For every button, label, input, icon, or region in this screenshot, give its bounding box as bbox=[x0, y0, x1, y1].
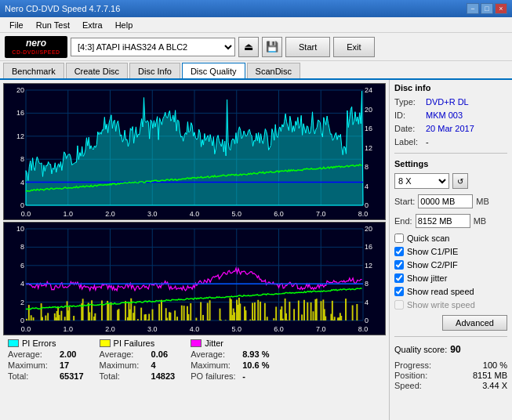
quick-scan-label: Quick scan bbox=[407, 234, 449, 243]
close-button[interactable]: × bbox=[495, 3, 507, 14]
jitter-avg-value: 8.93 % bbox=[242, 349, 269, 359]
tab-benchmark[interactable]: Benchmark bbox=[3, 63, 64, 78]
tab-disc-info[interactable]: Disc Info bbox=[129, 63, 180, 78]
disc-type-row: Type: DVD+R DL bbox=[394, 97, 507, 107]
show-jitter-label: Show jitter bbox=[407, 273, 447, 283]
pi-failures-color-box bbox=[100, 339, 111, 347]
pi-errors-max-label: Maximum: bbox=[8, 360, 55, 370]
drive-select[interactable]: [4:3] ATAPI iHAS324 A BLC2 bbox=[71, 38, 235, 56]
divider-1 bbox=[394, 153, 507, 154]
speed-setting-row: 8 X 1 X 2 X 4 X Max ↺ bbox=[394, 173, 507, 189]
right-panel: Disc info Type: DVD+R DL ID: MKM 003 Dat… bbox=[389, 80, 512, 420]
divider-2 bbox=[394, 336, 507, 337]
maximize-button[interactable]: □ bbox=[481, 3, 493, 14]
jitter-max-value: 10.6 % bbox=[242, 360, 269, 370]
pi-errors-avg-value: 2.00 bbox=[60, 349, 76, 359]
save-button[interactable]: 💾 bbox=[262, 37, 282, 57]
disc-type-value: DVD+R DL bbox=[426, 97, 469, 107]
show-write-speed-row: Show write speed bbox=[394, 300, 507, 310]
pi-errors-color-box bbox=[8, 339, 19, 347]
quality-score-label: Quality score: bbox=[394, 345, 447, 354]
position-label: Position: bbox=[394, 371, 427, 380]
pi-failures-total-label: Total: bbox=[100, 371, 147, 381]
po-failures-label: PO failures: bbox=[191, 371, 238, 381]
quick-scan-row: Quick scan bbox=[394, 234, 507, 243]
tab-create-disc[interactable]: Create Disc bbox=[66, 63, 128, 78]
pi-errors-total-label: Total: bbox=[8, 371, 55, 381]
speed-row: Speed: 3.44 X bbox=[394, 381, 507, 390]
menu-run-test[interactable]: Run Test bbox=[30, 19, 76, 31]
pi-failures-avg-value: 0.06 bbox=[151, 349, 168, 359]
show-write-speed-checkbox bbox=[394, 300, 404, 310]
show-read-speed-label: Show read speed bbox=[407, 287, 474, 296]
advanced-button[interactable]: Advanced bbox=[442, 315, 507, 331]
show-c1pie-row: Show C1/PIE bbox=[394, 247, 507, 256]
progress-value: 100 % bbox=[483, 360, 507, 370]
start-label: Start: bbox=[394, 197, 415, 206]
top-chart bbox=[3, 83, 386, 220]
progress-section: Progress: 100 % Position: 8151 MB Speed:… bbox=[394, 360, 507, 391]
jitter-max-label: Maximum: bbox=[191, 360, 238, 370]
window-title: Nero CD-DVD Speed 4.7.7.16 bbox=[5, 4, 120, 13]
legend-pi-errors: PI Errors Average: 2.00 Maximum: 17 Tota… bbox=[8, 339, 84, 389]
disc-type-label: Type: bbox=[394, 97, 423, 107]
jitter-color-box bbox=[191, 339, 202, 347]
menu-help[interactable]: Help bbox=[109, 19, 140, 31]
show-read-speed-checkbox[interactable] bbox=[394, 287, 404, 296]
position-value: 8151 MB bbox=[473, 371, 507, 380]
refresh-button[interactable]: ↺ bbox=[452, 173, 468, 189]
show-jitter-checkbox[interactable] bbox=[394, 273, 404, 283]
position-row: Position: 8151 MB bbox=[394, 371, 507, 380]
pi-errors-avg-label: Average: bbox=[8, 349, 55, 359]
end-input[interactable] bbox=[416, 214, 470, 228]
tab-bar: Benchmark Create Disc Disc Info Disc Qua… bbox=[0, 61, 512, 80]
exit-button[interactable]: Exit bbox=[333, 37, 374, 57]
show-read-speed-row: Show read speed bbox=[394, 287, 507, 296]
pi-failures-max-value: 4 bbox=[151, 360, 156, 370]
end-mb-row: End: MB bbox=[394, 214, 507, 228]
start-input[interactable] bbox=[418, 194, 473, 208]
disc-label-value: - bbox=[426, 137, 429, 147]
start-button[interactable]: Start bbox=[285, 37, 330, 57]
chart-area: PI Errors Average: 2.00 Maximum: 17 Tota… bbox=[0, 80, 389, 420]
pi-failures-avg-label: Average: bbox=[100, 349, 147, 359]
tab-scan-disc[interactable]: ScanDisc bbox=[247, 63, 300, 78]
progress-row: Progress: 100 % bbox=[394, 360, 507, 370]
disc-info-title: Disc info bbox=[394, 83, 507, 92]
pi-errors-total-value: 65317 bbox=[60, 371, 84, 381]
pi-failures-max-label: Maximum: bbox=[100, 360, 147, 370]
quick-scan-checkbox[interactable] bbox=[394, 234, 404, 243]
disc-label-label: Label: bbox=[394, 137, 423, 147]
show-write-speed-label: Show write speed bbox=[407, 300, 475, 310]
show-c2pif-label: Show C2/PIF bbox=[407, 260, 458, 270]
disc-date-value: 20 Mar 2017 bbox=[426, 124, 474, 133]
jitter-label: Jitter bbox=[205, 339, 223, 348]
menu-extra[interactable]: Extra bbox=[76, 19, 109, 31]
quality-score-row: Quality score: 90 bbox=[394, 344, 507, 355]
po-failures-value: - bbox=[242, 371, 245, 381]
show-c2pif-row: Show C2/PIF bbox=[394, 260, 507, 270]
main-content: PI Errors Average: 2.00 Maximum: 17 Tota… bbox=[0, 80, 512, 420]
tab-disc-quality[interactable]: Disc Quality bbox=[182, 63, 245, 78]
eject-button[interactable]: ⏏ bbox=[238, 37, 259, 57]
disc-id-value: MKM 003 bbox=[426, 110, 463, 120]
speed-value: 3.44 X bbox=[482, 381, 507, 390]
progress-label: Progress: bbox=[394, 360, 431, 370]
title-bar: Nero CD-DVD Speed 4.7.7.16 − □ × bbox=[0, 0, 512, 17]
window-controls: − □ × bbox=[467, 3, 507, 14]
minimize-button[interactable]: − bbox=[467, 3, 479, 14]
show-c1pie-checkbox[interactable] bbox=[394, 247, 404, 256]
legend-jitter: Jitter Average: 8.93 % Maximum: 10.6 % P… bbox=[191, 339, 269, 389]
pi-failures-label: PI Failures bbox=[114, 339, 155, 348]
top-chart-canvas bbox=[4, 84, 385, 219]
show-c2pif-checkbox[interactable] bbox=[394, 260, 404, 270]
speed-select[interactable]: 8 X 1 X 2 X 4 X Max bbox=[394, 173, 449, 189]
toolbar: nero CD-DVD//SPEED [4:3] ATAPI iHAS324 A… bbox=[0, 33, 512, 61]
bottom-chart bbox=[3, 222, 386, 335]
start-mb-row: Start: MB bbox=[394, 194, 507, 208]
show-jitter-row: Show jitter bbox=[394, 273, 507, 283]
menu-file[interactable]: File bbox=[3, 19, 30, 31]
disc-id-label: ID: bbox=[394, 110, 423, 120]
disc-date-row: Date: 20 Mar 2017 bbox=[394, 124, 507, 133]
show-c1pie-label: Show C1/PIE bbox=[407, 247, 458, 256]
